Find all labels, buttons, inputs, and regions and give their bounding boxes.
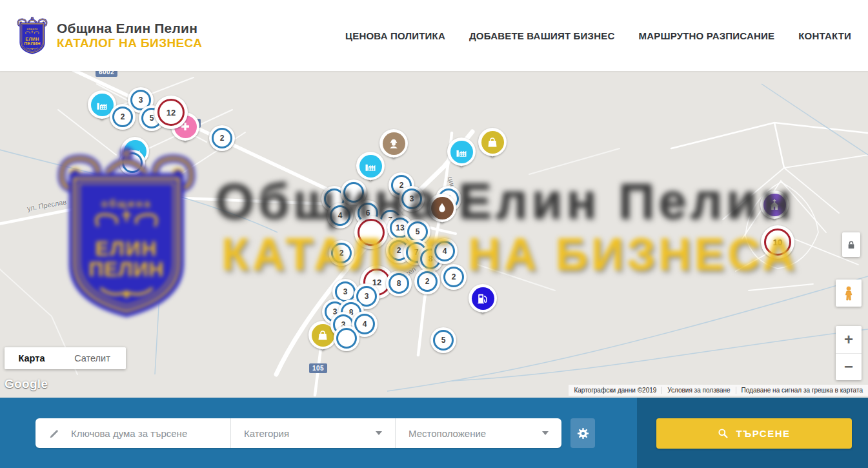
cluster-marker[interactable]: 5 — [430, 327, 456, 353]
cluster-count: 2 — [110, 104, 136, 130]
road-badge: 6002 — [96, 71, 117, 77]
nav-item-3[interactable]: МАРШРУТНО РАЗПИСАНИЕ — [638, 30, 774, 41]
fuel-icon — [476, 291, 490, 305]
lock-control-button[interactable] — [842, 232, 860, 257]
attribution-text: Картографски данни ©2019 — [569, 387, 661, 394]
nav-item-4[interactable]: КОНТАКТИ — [798, 30, 851, 41]
cluster-count: 2 — [209, 125, 235, 151]
factory-icon — [454, 145, 469, 159]
location-placeholder: Местоположение — [409, 428, 486, 439]
category-placeholder: Категория — [244, 428, 289, 439]
watermark-subtitle: КАТАЛОГ НА БИЗНЕСА — [221, 229, 798, 280]
nav-item-1[interactable]: ЦЕНОВА ПОЛИТИКА — [345, 30, 445, 41]
site-subtitle: КАТАЛОГ НА БИЗНЕСА — [57, 36, 202, 50]
svg-text:ПЕЛИН: ПЕЛИН — [24, 41, 41, 46]
cluster-marker[interactable]: 2 — [209, 125, 235, 151]
chevron-down-icon — [542, 431, 549, 435]
cluster-count: 12 — [154, 96, 188, 129]
bag-icon — [485, 135, 500, 149]
svg-text:община: община — [26, 28, 37, 30]
header: община ЕЛИН ПЕЛИН Община Елин Пелин КАТА… — [0, 0, 868, 71]
location-select[interactable]: Местоположение — [395, 418, 561, 448]
cluster-marker[interactable]: 12 — [154, 96, 188, 129]
search-button-label: ТЪРСЕНЕ — [736, 428, 790, 439]
map-type-control: Карта Сателит — [5, 347, 126, 369]
factory-icon — [95, 97, 109, 112]
google-logo[interactable]: Google — [5, 377, 48, 391]
lock-icon — [845, 238, 857, 251]
pin-marker-factory[interactable] — [447, 137, 476, 171]
map-type-satellite-button[interactable]: Сателит — [59, 347, 126, 369]
search-panel: Категория Местоположение — [0, 398, 868, 468]
cluster-marker[interactable]: 2 — [110, 104, 136, 130]
road-badge: 105 — [309, 363, 327, 373]
zoom-out-button[interactable]: − — [836, 354, 862, 381]
factory-icon — [363, 159, 378, 173]
street-view-pegman-button[interactable] — [836, 280, 862, 307]
pencil-icon — [48, 427, 61, 440]
cluster-count — [334, 325, 359, 351]
cluster-marker[interactable] — [334, 325, 359, 351]
pegman-icon — [841, 285, 856, 301]
attribution-link[interactable]: Подаване на сигнал за грешка в картата — [736, 387, 868, 394]
svg-text:община: община — [101, 198, 152, 209]
svg-text:ЕЛИН: ЕЛИН — [95, 237, 157, 260]
main-nav: ЦЕНОВА ПОЛИТИКАДОБАВЕТЕ ВАШИЯТ БИЗНЕСМАР… — [345, 30, 851, 41]
gear-icon — [576, 427, 590, 440]
watermark-title: Община Елин Пелин — [215, 172, 795, 230]
keyword-input[interactable] — [70, 427, 221, 440]
shield-graphic: община ЕЛИН ПЕЛИН — [46, 136, 207, 329]
map-canvas[interactable]: ул. Преславбул. „Новоселции“6002105 — [0, 71, 868, 398]
svg-text:ЕЛИН: ЕЛИН — [25, 37, 39, 41]
attribution-link[interactable]: Условия за ползване — [661, 387, 735, 394]
bag-icon — [316, 328, 330, 342]
site-logo[interactable]: община ЕЛИН ПЕЛИН Община Елин Пелин КАТА… — [15, 14, 202, 57]
search-button[interactable]: ТЪРСЕНЕ — [656, 418, 852, 449]
pin-marker-bag[interactable] — [478, 128, 507, 161]
search-fields: Категория Местоположение — [35, 418, 561, 448]
shield-graphic: община ЕЛИН ПЕЛИН — [15, 14, 49, 57]
advanced-settings-button[interactable] — [570, 418, 595, 448]
watermark-emblem: община ЕЛИН ПЕЛИН — [46, 136, 207, 329]
worker-icon — [387, 136, 401, 150]
municipality-emblem-icon: община ЕЛИН ПЕЛИН — [15, 14, 49, 57]
map-attribution: Картографски данни ©2019Условия за ползв… — [569, 385, 868, 396]
nav-item-2[interactable]: ДОБАВЕТЕ ВАШИЯТ БИЗНЕС — [469, 30, 614, 41]
svg-text:ПЕЛИН: ПЕЛИН — [88, 258, 164, 281]
app: община ЕЛИН ПЕЛИН Община Елин Пелин КАТА… — [0, 0, 868, 468]
zoom-in-button[interactable]: + — [836, 326, 862, 354]
pin-marker-fuel[interactable] — [469, 284, 497, 318]
keyword-field[interactable] — [35, 418, 230, 448]
site-title: Община Елин Пелин — [57, 21, 202, 36]
zoom-control: + − — [836, 326, 862, 380]
cluster-count: 5 — [430, 327, 456, 353]
category-select[interactable]: Категория — [230, 418, 395, 448]
search-icon — [718, 428, 729, 439]
map-type-map-button[interactable]: Карта — [5, 347, 59, 369]
chevron-down-icon — [376, 431, 382, 435]
